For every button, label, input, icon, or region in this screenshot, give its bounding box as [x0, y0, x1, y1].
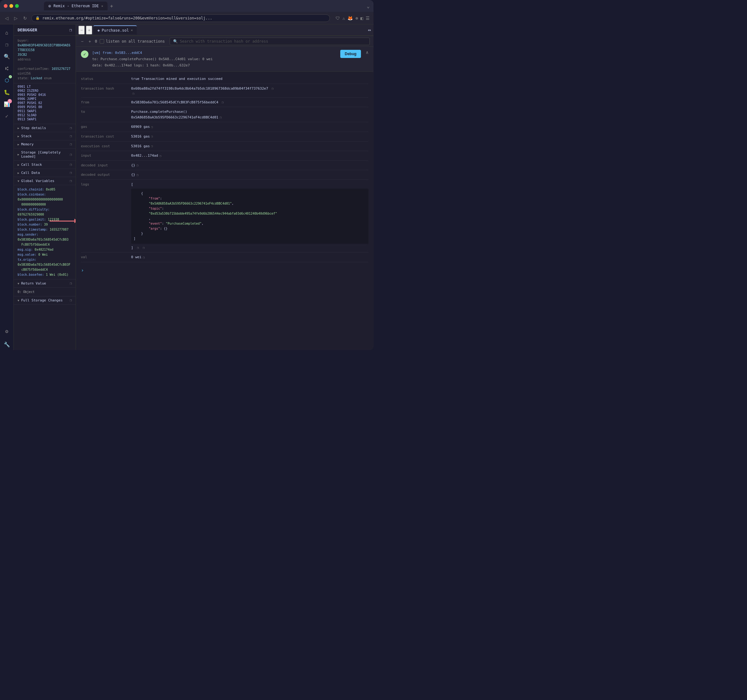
tx-row-to: to Purchase.completePurchase() 0x5A86858… — [81, 107, 369, 122]
sidebar-item-git[interactable]: ⑆ — [1, 63, 12, 74]
global-vars-content: block.chainid: 0xd05 block.coinbase: 0x0… — [14, 185, 76, 279]
url-text: remix.ethereum.org/#optimize=false&runs=… — [42, 16, 212, 20]
tab-close-button[interactable]: × — [101, 5, 103, 8]
storage-section[interactable]: ▶ Storage [Completely Loaded] ❐ — [14, 148, 76, 161]
call-stack-copy-icon[interactable]: ❐ — [70, 163, 72, 167]
code-panel: − + ◈ Purchase.sol × ⇔ 102 function comp… — [76, 24, 374, 350]
close-button[interactable] — [4, 4, 8, 8]
sidebar-item-search[interactable]: 🔍 — [1, 51, 12, 62]
tab-area: ⊙ Remix - Ethereum IDE × + — [44, 2, 113, 11]
input-value-wrap: 0x482...174ad ❐ — [131, 153, 369, 158]
chevron-right-icon: ▶ — [18, 163, 19, 166]
decoded-input-copy-icon[interactable]: ❐ — [136, 164, 138, 167]
tx-cost-copy-icon[interactable]: ❐ — [151, 135, 153, 138]
global-vars-copy-icon[interactable]: ❐ — [70, 179, 72, 183]
tx-row-tx-cost: transaction cost 53016 gas ❐ — [81, 132, 369, 142]
tx-collapse-icon[interactable]: ∧ — [366, 50, 369, 55]
opcode-line: 0911 SWAP1 — [18, 109, 72, 113]
sidebar-item-wrench[interactable]: 🔧 — [1, 339, 12, 350]
logs-copy-icon-1[interactable]: ❐ — [137, 246, 139, 249]
zoom-in-button[interactable]: + — [86, 26, 92, 35]
tx-row-val: val 0 wei ❐ — [81, 253, 369, 262]
zoom-in-tool-button[interactable]: + — [87, 38, 92, 45]
search-icon: 🔍 — [173, 39, 178, 44]
storage-copy-icon[interactable]: ❐ — [70, 152, 72, 157]
sidebar-item-files[interactable]: ❐ — [1, 39, 12, 50]
title-bar: ⊙ Remix - Ethereum IDE × + ⌄ — [0, 0, 374, 12]
tab-filename: Purchase.sol — [101, 28, 129, 33]
state-value: Locked — [31, 77, 42, 80]
sidebar-item-home[interactable]: ⌂ — [1, 27, 12, 38]
stack-copy-icon[interactable]: ❐ — [70, 134, 72, 138]
json-line: , — [134, 216, 366, 221]
json-line: "args": {} — [134, 226, 366, 231]
chevron-right-icon: ▶ — [18, 135, 19, 138]
debugger-copy-icon[interactable]: ❐ — [69, 27, 72, 32]
zoom-out-tool-button[interactable]: − — [80, 38, 85, 45]
val-copy-icon[interactable]: ❐ — [143, 256, 145, 259]
zoom-out-button[interactable]: − — [79, 26, 85, 35]
sidebar-item-check[interactable]: ✓ — [1, 110, 12, 122]
refresh-button[interactable]: ↻ — [22, 14, 28, 22]
decoded-input-value: {} — [131, 163, 135, 168]
return-value-section[interactable]: ▼ Return Value ❐ — [14, 279, 76, 288]
debug-button[interactable]: Debug — [340, 50, 361, 58]
hash-copy-icon-2[interactable]: ❐ — [132, 92, 134, 95]
call-data-section[interactable]: ▶ Call Data ❐ — [14, 169, 76, 177]
url-input[interactable]: 🔒 remix.ethereum.org/#optimize=false&run… — [31, 14, 330, 22]
url-bar: ◁ ▷ ↻ 🔒 remix.ethereum.org/#optimize=fal… — [0, 12, 374, 24]
exec-cost-copy-icon[interactable]: ❐ — [151, 145, 153, 148]
gas-copy-icon[interactable]: ❐ — [151, 125, 153, 129]
sidebar-item-plugin[interactable]: ⬡ ✓ — [1, 75, 12, 86]
listen-checkbox[interactable] — [100, 39, 104, 44]
tx-cost-value: 53016 gas — [131, 134, 150, 139]
back-button[interactable]: ◁ — [4, 14, 10, 22]
shield-icon: 🛡 — [336, 16, 340, 21]
memory-section[interactable]: ▶ Memory ❐ — [14, 140, 76, 148]
decoded-input-key: decoded input — [81, 163, 131, 167]
to-copy-icon[interactable]: ❐ — [219, 116, 221, 119]
call-stack-section[interactable]: ▶ Call Stack ❐ — [14, 161, 76, 169]
listen-checkbox-area[interactable]: listen on all transactions — [100, 39, 165, 44]
input-copy-icon[interactable]: ❐ — [159, 154, 161, 158]
sidebar-item-debug[interactable]: 🐛 — [1, 86, 12, 98]
return-value-copy-icon[interactable]: ❐ — [70, 281, 72, 285]
data-line: data: 0x482...174ad logs: 1 hash: 0x60b.… — [92, 62, 337, 69]
from-copy-icon[interactable]: ❐ — [222, 101, 224, 104]
next-arrow[interactable]: › — [76, 265, 374, 276]
maximize-button[interactable] — [15, 4, 19, 8]
menu-icon[interactable]: ☰ — [366, 16, 370, 21]
new-tab-button[interactable]: + — [110, 3, 113, 9]
editor-expand-icon[interactable]: ⇔ — [368, 27, 371, 33]
global-vars-section[interactable]: ▼ Global Variables ❐ — [14, 177, 76, 185]
exec-cost-value-wrap: 53016 gas ❐ — [131, 143, 369, 149]
full-storage-copy-icon[interactable]: ❐ — [70, 298, 72, 302]
hash-copy-icon[interactable]: ❐ — [272, 87, 274, 90]
forward-button[interactable]: ▷ — [13, 14, 19, 22]
decoded-output-copy-icon[interactable]: ❐ — [136, 173, 138, 177]
gv-value: msg.value: 0 Wei — [18, 252, 72, 257]
sidebar-item-settings[interactable]: ⚙ — [1, 327, 12, 338]
plugin-icon: ⬡ — [5, 77, 9, 83]
call-data-copy-icon[interactable]: ❐ — [70, 171, 72, 175]
debugger-title: DEBUGGER — [18, 27, 37, 32]
opcode-line: 0912 SLOAD — [18, 113, 72, 117]
tx-header: ✓ [vm] from: 0x5B3...eddC4 to: Purchase.… — [76, 47, 374, 72]
tab-close-icon[interactable]: × — [131, 28, 133, 32]
full-storage-section[interactable]: ▼ Full Storage Changes ❐ — [14, 296, 76, 305]
step-details-section[interactable]: ▶ Step details ❐ — [14, 124, 76, 132]
logs-copy-icon-2[interactable]: ❐ — [143, 246, 145, 249]
tx-search-box[interactable]: 🔍 Search with transaction hash or addres… — [170, 38, 370, 45]
stack-section[interactable]: ▶ Stack ❐ — [14, 132, 76, 140]
left-nav-sidebar: ⌂ ❐ 🔍 ⑆ ⬡ ✓ 🐛 📊 7 ✓ ⚙ 🔧 — [0, 24, 14, 350]
return-item: 0: Object — [18, 290, 72, 294]
gv-origin: tx.origin: 0x5B38Da6a701c568545dCfcB03F … — [18, 257, 72, 272]
memory-copy-icon[interactable]: ❐ — [70, 142, 72, 146]
purchase-sol-tab[interactable]: ◈ Purchase.sol × — [94, 26, 136, 35]
sidebar-item-stats[interactable]: 📊 7 — [1, 98, 12, 110]
minimize-button[interactable] — [9, 4, 13, 8]
step-details-copy-icon[interactable]: ❐ — [70, 126, 72, 130]
browser-tab[interactable]: ⊙ Remix - Ethereum IDE × — [44, 2, 107, 11]
to-address-wrap: 0x5A86858aA3b595FD6663c2296741eF4cd8BC4d… — [131, 115, 369, 120]
json-line: "topic": — [134, 206, 366, 211]
